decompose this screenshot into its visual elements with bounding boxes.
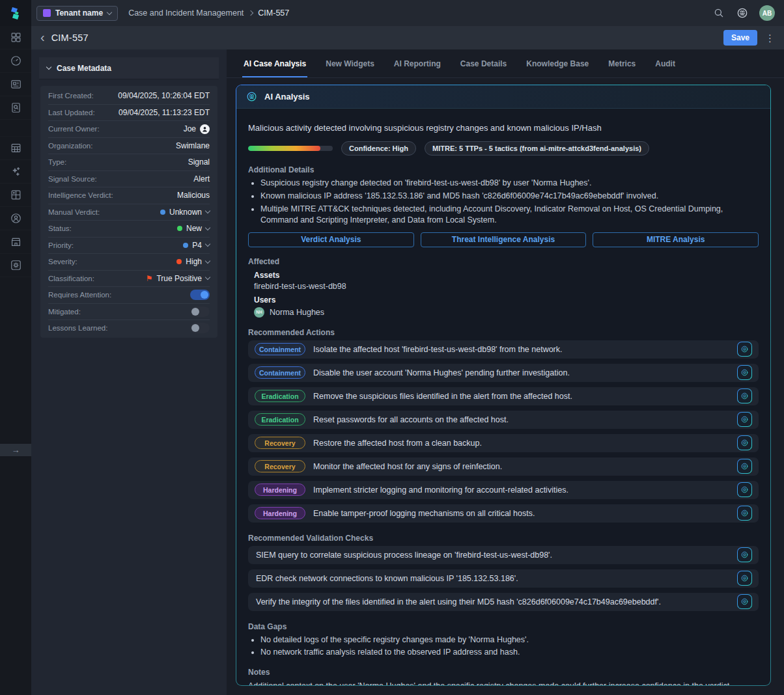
ai-sparkles-icon[interactable]	[0, 160, 31, 184]
tab[interactable]: Knowledge Base	[525, 49, 590, 77]
case-metadata-title: Case Metadata	[57, 64, 111, 73]
chevron-down-icon	[205, 225, 210, 230]
ai-analysis-header: AI Analysis	[236, 85, 770, 109]
validation-checks-list: SIEM query to correlate suspicious proce…	[248, 546, 759, 611]
metadata-row: Intelligence Verdict:Malicious	[48, 187, 210, 204]
analysis-buttons-row: Verdict AnalysisThreat Intelligence Anal…	[248, 232, 759, 247]
ai-assistant-icon[interactable]	[733, 4, 751, 22]
run-ai-action-button[interactable]	[737, 388, 752, 403]
breadcrumb-app[interactable]: Case and Incident Management	[128, 8, 244, 18]
metadata-label: Manual Verdict:	[48, 208, 160, 216]
expand-sidebar-button[interactable]: →	[0, 444, 31, 456]
reports-icon[interactable]	[0, 73, 31, 96]
metadata-label: Mitigated:	[48, 308, 190, 316]
tab[interactable]: Case Details	[459, 49, 508, 77]
metadata-label: Organization:	[48, 142, 176, 150]
run-ai-check-button[interactable]	[737, 571, 752, 586]
toggle-switch[interactable]	[190, 307, 210, 317]
tab[interactable]: Metrics	[607, 49, 637, 77]
recommended-action-row: Containment Disable the user account 'No…	[248, 364, 759, 382]
tenant-selector[interactable]: Tenant name	[36, 6, 118, 21]
owner-avatar-icon[interactable]	[200, 124, 210, 134]
tab[interactable]: AI Reporting	[393, 49, 442, 77]
action-category-pill: Hardening	[255, 484, 305, 496]
flag-icon: ⚑	[146, 275, 153, 282]
settings-icon[interactable]	[0, 254, 31, 277]
metadata-select[interactable]: New	[177, 224, 210, 233]
metadata-value: P4	[192, 241, 202, 250]
breadcrumb-record[interactable]: CIM-557	[258, 8, 289, 18]
confidence-bar	[248, 146, 333, 151]
action-category-pill: Containment	[255, 366, 305, 379]
metadata-value: Swimlane	[176, 141, 210, 150]
action-text: Isolate the affected host 'firebird-test…	[313, 345, 729, 354]
run-ai-check-button[interactable]	[737, 594, 752, 609]
swimlane-logo[interactable]	[0, 0, 31, 26]
analysis-button[interactable]: Verdict Analysis	[248, 232, 414, 247]
action-text: Implement stricter logging and monitorin…	[313, 485, 729, 495]
apps-grid-icon[interactable]	[0, 26, 31, 49]
metadata-label: Priority:	[48, 241, 183, 249]
chevron-down-icon	[205, 258, 210, 264]
chevron-down-icon	[205, 208, 210, 213]
topbar: Tenant name Case and Incident Management…	[31, 0, 784, 26]
run-ai-action-button[interactable]	[737, 365, 752, 380]
tenant-color-swatch	[43, 9, 51, 17]
metadata-label: Last Updated:	[48, 109, 119, 116]
tab[interactable]: Audit	[654, 49, 677, 77]
tab[interactable]: AI Case Analysis	[242, 49, 307, 77]
dashboard-gauge-icon[interactable]	[0, 49, 31, 73]
back-chevron-icon[interactable]: ‹	[40, 31, 45, 44]
metadata-value: Alert	[193, 174, 210, 184]
action-text: Remove the suspicious files identified i…	[313, 392, 729, 401]
metadata-select[interactable]: High	[176, 257, 210, 266]
ai-summary: Malicious activity detected involving su…	[248, 123, 759, 133]
toggle-switch[interactable]	[190, 290, 210, 300]
user-avatar-icon: NH	[254, 307, 264, 318]
validation-check-text: EDR check network connections to known m…	[255, 574, 729, 583]
table-records-icon[interactable]	[0, 137, 31, 160]
validation-check-text: Verify the integrity of the files identi…	[255, 597, 729, 606]
metadata-label: Requires Attention:	[48, 291, 190, 299]
analysis-button[interactable]: MITRE Analysis	[593, 232, 759, 247]
run-ai-action-button[interactable]	[737, 435, 752, 450]
metadata-select[interactable]: ⚑True Positive	[146, 274, 210, 283]
marketplace-icon[interactable]	[0, 230, 31, 254]
record-tabs: AI Case Analysis New Widgets AI Reportin…	[227, 49, 784, 78]
toggle-switch[interactable]	[190, 323, 210, 333]
run-ai-action-button[interactable]	[737, 412, 752, 427]
affected-block: Assets firebird-test-us-west-db98 Users	[248, 271, 759, 318]
affected-user: NH Norma Hughes	[254, 307, 759, 318]
record-search-icon[interactable]	[0, 96, 31, 120]
validation-checks-heading: Recommended Validation Checks	[248, 534, 759, 543]
run-ai-action-button[interactable]	[737, 459, 752, 474]
analysis-button[interactable]: Threat Intelligence Analysis	[421, 232, 587, 247]
data-gaps-list: No detailed logs of the specific registr…	[248, 634, 759, 659]
metadata-select[interactable]: P4	[183, 241, 210, 250]
validation-check-text: SIEM query to correlate suspicious proce…	[255, 551, 729, 560]
user-avatar[interactable]: AB	[759, 5, 775, 21]
chevron-right-icon	[248, 10, 253, 16]
metadata-row: Status:New	[48, 220, 210, 237]
tab[interactable]: New Widgets	[324, 49, 376, 77]
metadata-label: Status:	[48, 225, 177, 232]
rail-nav	[0, 26, 31, 277]
users-icon[interactable]	[0, 207, 31, 230]
run-ai-action-button[interactable]	[737, 482, 752, 497]
widgets-icon[interactable]	[0, 184, 31, 207]
search-icon[interactable]	[710, 4, 728, 22]
case-metadata-header[interactable]: Case Metadata	[39, 57, 219, 79]
case-metadata-panel: Case Metadata First Created:09/04/2025, …	[31, 49, 227, 695]
metadata-value: Malicious	[177, 191, 210, 200]
run-ai-action-button[interactable]	[737, 506, 752, 521]
metadata-row: Signal Source:Alert	[48, 170, 210, 187]
user-name: Norma Hughes	[270, 308, 324, 317]
asset-value: firebird-test-us-west-db98	[254, 282, 759, 291]
run-ai-check-button[interactable]	[737, 547, 752, 562]
validation-check-row: EDR check network connections to known m…	[248, 569, 759, 588]
run-ai-action-button[interactable]	[737, 342, 752, 357]
page-title: CIM-557	[51, 33, 89, 43]
kebab-menu-icon[interactable]: ⋮	[765, 33, 775, 43]
metadata-select[interactable]: Unknown	[160, 208, 210, 217]
save-button[interactable]: Save	[723, 30, 757, 46]
